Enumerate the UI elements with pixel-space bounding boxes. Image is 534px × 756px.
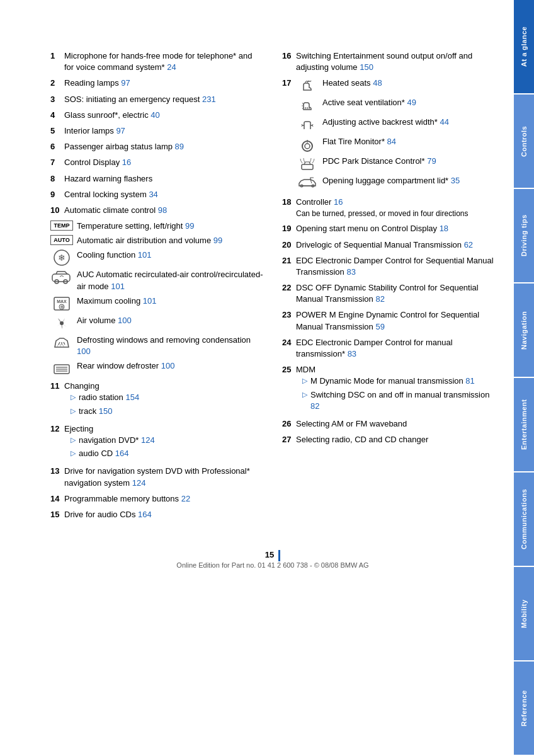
seat-item-flat-tire: ! Flat Tire Monitor* 84 [296, 136, 495, 152]
item-text: Control Display 16 [64, 157, 263, 168]
sidebar-tab-communications[interactable]: Communications [514, 472, 534, 566]
auto-label-box: AUTO [50, 235, 72, 245]
item-number: 3 [50, 94, 64, 105]
page-ref[interactable]: 231 [202, 94, 216, 104]
page-ref[interactable]: 83 [348, 349, 356, 358]
page-ref[interactable]: 97 [121, 78, 130, 88]
seat-group: Heated seats 48 Active sea [296, 77, 495, 192]
sidebar-tab-entertainment[interactable]: Entertainment [514, 378, 534, 471]
svg-point-15 [305, 144, 310, 149]
item-text: Switching Entertainment sound output on/… [296, 50, 495, 73]
sidebar-tab-mobility[interactable]: Mobility [514, 567, 534, 660]
arrow-icon: ▷ [71, 406, 76, 416]
main-content: 1 Microphone for hands-free mode for tel… [0, 0, 514, 756]
sidebar-tab-at-a-glance[interactable]: At a glance [514, 0, 534, 93]
page-ref[interactable]: 16 [334, 197, 343, 207]
cool-icon: ❄ [50, 249, 73, 266]
page-ref[interactable]: 49 [407, 98, 416, 107]
page-ref[interactable]: 18 [440, 224, 448, 233]
page-ref[interactable]: 164 [115, 449, 129, 458]
item-text: Controller 16 Can be turned, pressed, or… [296, 197, 495, 219]
page-ref[interactable]: 24 [167, 62, 176, 72]
list-item: 23 POWER M Engine Dynamic Control for Se… [282, 309, 495, 332]
page-ref[interactable]: 100 [77, 346, 91, 356]
list-item: 21 EDC Electronic Damper Control for Seq… [282, 255, 495, 278]
pdc-label: PDC Park Distance Control* 79 [322, 156, 495, 167]
climate-item-rear-defrost: Rear window defroster 100 [50, 360, 263, 377]
page-ref[interactable]: 83 [346, 267, 355, 277]
temp-label-box: TEMP [50, 220, 72, 231]
page-ref[interactable]: 79 [427, 156, 436, 166]
page-ref[interactable]: 16 [122, 158, 131, 167]
sidebar-tab-controls[interactable]: Controls [514, 94, 534, 188]
page-ref[interactable]: 97 [116, 126, 125, 135]
list-item: 9 Central locking system 34 [50, 189, 263, 200]
climate-item-temp: TEMP Temperature setting, left/right 99 [50, 220, 263, 232]
page-ref[interactable]: 44 [440, 117, 448, 127]
page-ref[interactable]: 34 [149, 190, 157, 199]
page-ref[interactable]: 154 [125, 392, 139, 402]
item-text: Programmable memory buttons 22 [64, 493, 263, 505]
two-column-layout: 1 Microphone for hands-free mode for tel… [50, 50, 495, 525]
svg-text:!: ! [307, 139, 309, 144]
item-text: MDM ▷ M Dynamic Mode for manual transmis… [296, 364, 495, 414]
page-ref[interactable]: 98 [158, 205, 167, 215]
arrow-item: ▷ Switching DSC on and off in manual tra… [302, 389, 495, 412]
page-ref[interactable]: 89 [175, 142, 184, 151]
trunk-icon [296, 175, 319, 189]
fan-blade-icon [52, 315, 71, 331]
page-ref[interactable]: 84 [387, 137, 396, 146]
sidebar: At a glance Controls Driving tips Naviga… [514, 0, 534, 756]
page-ref[interactable]: 99 [213, 236, 222, 245]
page-ref[interactable]: 48 [373, 78, 382, 88]
item-main-text: Controller 16 [296, 197, 495, 208]
page-ref[interactable]: 101 [138, 250, 152, 260]
svg-rect-17 [302, 164, 313, 169]
item-text: Passenger airbag status lamp 89 [64, 141, 263, 152]
page-ref[interactable]: 124 [141, 435, 155, 445]
item-text: Hazard warning flashers [64, 173, 263, 185]
page-ref[interactable]: 40 [151, 110, 159, 120]
page-ref[interactable]: 62 [464, 240, 473, 249]
seat-item-ventilation: Active seat ventilation* 49 [296, 97, 495, 113]
subitem-text: radio station 154 [79, 392, 139, 403]
flat-tire-svg: ! [297, 136, 317, 152]
item-number: 6 [50, 141, 64, 152]
page-ref[interactable]: 35 [451, 176, 460, 185]
svg-text:❄: ❄ [60, 304, 64, 310]
page-ref[interactable]: 100 [118, 316, 132, 325]
item-text: Selecting AM or FM waveband [296, 418, 495, 430]
page-ref[interactable]: 82 [310, 401, 319, 411]
page-ref[interactable]: 101 [143, 296, 157, 306]
page-ref[interactable]: 81 [465, 376, 474, 386]
page-ref[interactable]: 150 [99, 406, 113, 416]
list-item: 7 Control Display 16 [50, 157, 263, 168]
item-text: Ejecting ▷ navigation DVD* 124 ▷ audio C… [64, 423, 263, 462]
seat-vent-svg [297, 97, 317, 113]
climate-item-cool: ❄ Cooling function 101 [50, 249, 263, 266]
backrest-icon [296, 117, 319, 133]
list-item: 15 Drive for audio CDs 164 [50, 509, 263, 520]
page-ref[interactable]: 124 [132, 478, 146, 488]
sidebar-tab-driving-tips[interactable]: Driving tips [514, 189, 534, 282]
arrow-icon: ▷ [71, 449, 76, 458]
page-ref[interactable]: 150 [360, 62, 373, 72]
max-cool-icon: MAX ❄ [52, 295, 71, 312]
arrow-icon: ▷ [71, 435, 76, 445]
page-number: 15 [265, 550, 274, 559]
page-ref[interactable]: 99 [185, 221, 194, 231]
seat-item-trunk: Opening luggage compartment lid* 35 [296, 175, 495, 189]
list-item: 27 Selecting radio, CD and CD changer [282, 434, 495, 445]
sidebar-tab-reference[interactable]: Reference [514, 662, 534, 755]
climate-item-auto: AUTO Automatic air distribution and volu… [50, 235, 263, 246]
page-ref[interactable]: 100 [161, 361, 175, 370]
snowflake-icon: ❄ [52, 249, 71, 266]
sidebar-tab-navigation[interactable]: Navigation [514, 284, 534, 377]
page-ref[interactable]: 101 [111, 282, 125, 291]
auto-label: Automatic air distribution and volume 99 [77, 235, 263, 246]
page-ref[interactable]: 164 [138, 510, 152, 519]
page-ref[interactable]: 59 [375, 322, 384, 331]
page-ref[interactable]: 22 [181, 494, 190, 503]
page-ref[interactable]: 82 [375, 294, 384, 304]
auc-icon [50, 269, 73, 285]
